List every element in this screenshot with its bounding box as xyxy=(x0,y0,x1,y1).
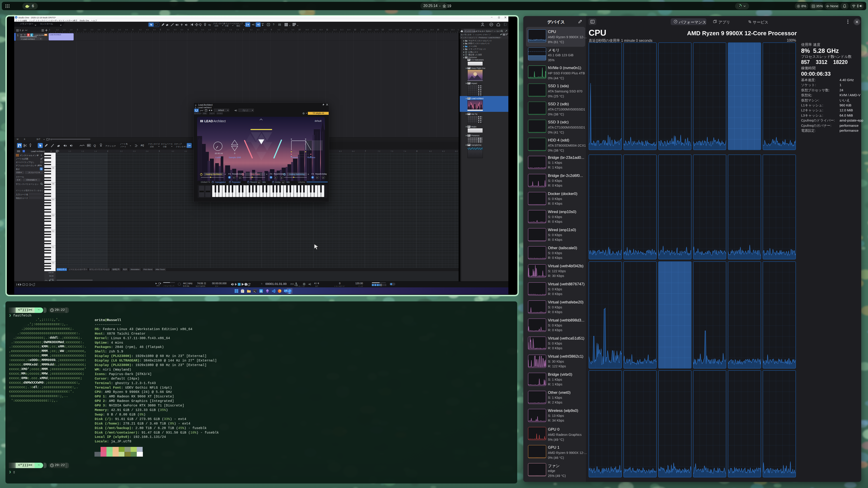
svg-text:4: 4 xyxy=(132,29,133,31)
svg-text:15.4: 15.4 xyxy=(458,29,459,31)
svg-text:1.2: 1.2 xyxy=(68,150,71,152)
svg-text:8.4: 8.4 xyxy=(264,29,267,31)
svg-text:12: 12 xyxy=(354,29,356,31)
svg-text:7.4: 7.4 xyxy=(403,150,406,152)
svg-text:1.3: 1.3 xyxy=(81,150,84,152)
svg-text:Cutoff: Cutoff xyxy=(215,156,221,159)
svg-text:5.2: 5.2 xyxy=(167,29,169,31)
svg-text:3: 3 xyxy=(159,150,160,152)
svg-text:2.2: 2.2 xyxy=(84,29,86,31)
svg-text:14: 14 xyxy=(409,29,412,31)
svg-text:8.2: 8.2 xyxy=(250,29,253,31)
svg-text:11: 11 xyxy=(326,29,328,31)
svg-text:LEAD: LEAD xyxy=(204,119,213,123)
svg-text:6.4: 6.4 xyxy=(209,29,211,31)
svg-text:9: 9 xyxy=(271,29,272,31)
svg-text:C4: C4 xyxy=(52,199,55,201)
svg-text:15.3: 15.3 xyxy=(451,29,455,31)
svg-text:11.3: 11.3 xyxy=(340,29,344,31)
svg-text:5.4: 5.4 xyxy=(181,29,183,31)
svg-text:7: 7 xyxy=(365,150,366,152)
svg-text:12.4: 12.4 xyxy=(375,29,378,31)
svg-text:3.2: 3.2 xyxy=(112,29,114,31)
svg-text:6: 6 xyxy=(188,29,189,31)
svg-text:13.4: 13.4 xyxy=(402,29,406,31)
svg-text:2: 2 xyxy=(107,150,108,152)
svg-text:1.2: 1.2 xyxy=(56,29,59,31)
svg-text:8: 8 xyxy=(243,29,244,31)
svg-text:6.3: 6.3 xyxy=(202,29,204,31)
svg-text:6.2: 6.2 xyxy=(195,29,197,31)
svg-text:7.3: 7.3 xyxy=(229,29,232,31)
svg-text:9.4: 9.4 xyxy=(291,29,294,31)
svg-text:3.2: 3.2 xyxy=(172,150,174,152)
svg-text:15: 15 xyxy=(437,29,439,31)
svg-text:Sample Shift: Sample Shift xyxy=(229,156,241,159)
svg-text:5.3: 5.3 xyxy=(174,29,177,31)
svg-text:6.4: 6.4 xyxy=(352,150,355,152)
svg-text:C3: C3 xyxy=(52,215,55,217)
svg-text:7.4: 7.4 xyxy=(236,29,239,31)
svg-text:3: 3 xyxy=(104,29,105,31)
svg-text:4.4: 4.4 xyxy=(153,29,156,31)
svg-text:2: 2 xyxy=(77,29,78,31)
svg-text:3.3: 3.3 xyxy=(118,29,121,31)
svg-text:7.3: 7.3 xyxy=(391,150,393,152)
svg-text:2.3: 2.3 xyxy=(91,29,93,31)
svg-text:3.4: 3.4 xyxy=(125,29,128,31)
svg-text:12.2: 12.2 xyxy=(361,29,364,31)
svg-text:2.4: 2.4 xyxy=(146,150,149,152)
svg-text:10.4: 10.4 xyxy=(319,29,323,31)
svg-text:13.3: 13.3 xyxy=(395,29,399,31)
svg-text:3.3: 3.3 xyxy=(184,150,187,152)
svg-text:13: 13 xyxy=(381,29,384,31)
svg-text:1.4: 1.4 xyxy=(94,150,97,152)
svg-text:2.3: 2.3 xyxy=(133,150,135,152)
svg-text:4.3: 4.3 xyxy=(146,29,149,31)
svg-text:11.2: 11.2 xyxy=(333,29,337,31)
svg-text:0: 0 xyxy=(234,152,235,155)
svg-text:15.2: 15.2 xyxy=(444,29,447,31)
svg-text:2.4: 2.4 xyxy=(98,29,100,31)
svg-text:C1: C1 xyxy=(52,246,55,248)
svg-text:1: 1 xyxy=(49,29,50,31)
svg-text:9.3: 9.3 xyxy=(285,29,287,31)
svg-text:1: 1 xyxy=(56,150,57,152)
svg-text:C6: C6 xyxy=(52,167,55,169)
svg-text:11.4: 11.4 xyxy=(347,29,350,31)
svg-text:Architect: Architect xyxy=(213,119,226,123)
svg-text:7.2: 7.2 xyxy=(378,150,380,152)
svg-text:14.3: 14.3 xyxy=(423,29,427,31)
svg-text:7: 7 xyxy=(215,29,217,31)
svg-text:C2: C2 xyxy=(52,230,55,232)
svg-text:8.2: 8.2 xyxy=(429,150,432,152)
svg-text:8.3: 8.3 xyxy=(257,29,259,31)
svg-text:Attack: Attack xyxy=(292,156,298,159)
svg-text:6.3: 6.3 xyxy=(339,150,342,152)
svg-text:2.2: 2.2 xyxy=(120,150,123,152)
svg-text:8.4: 8.4 xyxy=(455,150,458,152)
svg-text:20.00 Hz: 20.00 Hz xyxy=(215,152,223,155)
svg-text:C5: C5 xyxy=(52,183,55,185)
svg-text:10: 10 xyxy=(298,29,301,31)
svg-text:10.2: 10.2 xyxy=(305,29,309,31)
svg-text:1.4: 1.4 xyxy=(70,29,72,31)
svg-text:default: default xyxy=(315,120,321,122)
svg-text:5: 5 xyxy=(160,29,161,31)
svg-text:Release: Release xyxy=(307,156,315,159)
svg-text:13.2: 13.2 xyxy=(389,29,392,31)
svg-text:14.2: 14.2 xyxy=(416,29,420,31)
svg-text:14.4: 14.4 xyxy=(430,29,434,31)
svg-text:7.2: 7.2 xyxy=(222,29,225,31)
svg-text:4.2: 4.2 xyxy=(139,29,142,31)
svg-text:8.3: 8.3 xyxy=(442,150,445,152)
svg-text:9.2: 9.2 xyxy=(278,29,280,31)
svg-text:12.3: 12.3 xyxy=(368,29,371,31)
svg-text:1.3: 1.3 xyxy=(63,29,66,31)
svg-text:8: 8 xyxy=(416,150,417,152)
svg-text:C0: C0 xyxy=(52,262,55,264)
svg-text:10.3: 10.3 xyxy=(312,29,316,31)
